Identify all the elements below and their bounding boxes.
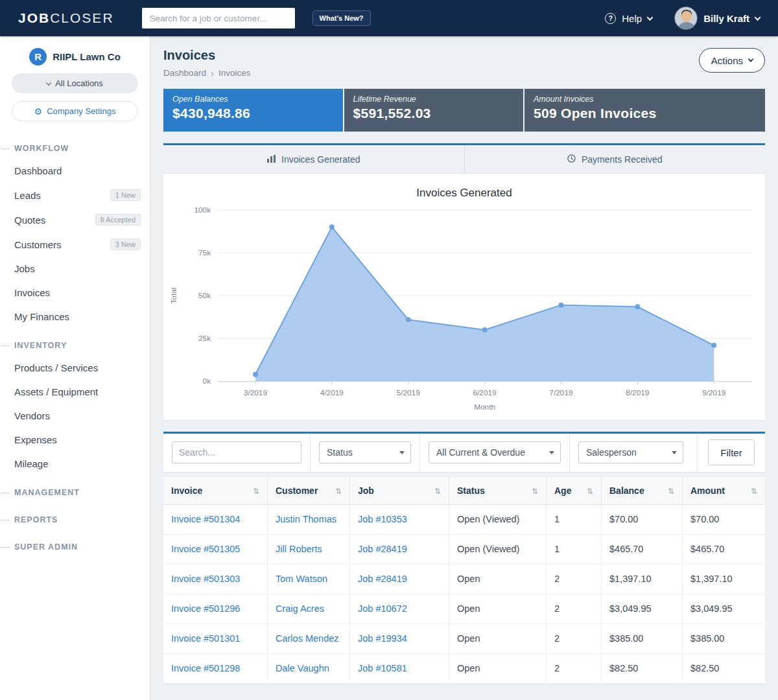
chart-tabs: Invoices Generated Payments Received	[163, 145, 765, 174]
status-select[interactable]: Status	[319, 441, 411, 463]
sidebar-item-dashboard[interactable]: Dashboard	[0, 159, 150, 183]
sidebar-item-leads[interactable]: Leads1 New	[0, 183, 150, 207]
sort-icon	[668, 485, 674, 496]
sidebar-item-invoices[interactable]: Invoices	[0, 281, 150, 305]
job-link[interactable]: Job #28419	[350, 535, 449, 565]
locations-label: All Locations	[55, 78, 103, 88]
sort-icon	[587, 485, 593, 496]
user-menu[interactable]: Billy Kraft	[674, 6, 760, 30]
logo-text-bold: JOB	[18, 10, 50, 25]
company-settings-button[interactable]: Company Settings	[12, 101, 138, 121]
balance-cell: $82.50	[602, 654, 683, 684]
customer-link[interactable]: Jill Roberts	[268, 535, 350, 565]
current-overdue-select[interactable]: All Current & Overdue	[429, 441, 561, 463]
breadcrumb-dashboard[interactable]: Dashboard	[163, 68, 206, 78]
job-link[interactable]: Job #19934	[350, 624, 449, 654]
status-cell: Open (Viewed)	[449, 505, 547, 535]
salesperson-select[interactable]: Salesperson	[578, 441, 683, 463]
filter-bar: Status All Current & Overdue Salesperson…	[163, 432, 765, 472]
column-header-age[interactable]: Age	[547, 477, 602, 505]
sidebar-item-mileage[interactable]: Mileage	[0, 452, 150, 476]
customer-link[interactable]: Tom Watson	[268, 565, 350, 594]
breadcrumb-invoices: Invoices	[218, 68, 251, 78]
tab-invoices-generated[interactable]: Invoices Generated	[163, 145, 465, 173]
status-cell: Open	[449, 565, 547, 594]
sidebar-nav: WORKFLOW Dashboard Leads1 New Quotes8 Ac…	[0, 138, 150, 557]
customer-link[interactable]: Dale Vaughn	[268, 654, 350, 684]
app-logo[interactable]: JOBCLOSER	[18, 10, 114, 26]
filter-button[interactable]: Filter	[708, 439, 755, 465]
user-name: Billy Kraft	[703, 13, 749, 24]
locations-dropdown[interactable]: All Locations	[12, 73, 138, 93]
chevron-down-icon	[748, 56, 753, 62]
job-link[interactable]: Job #10353	[350, 505, 449, 535]
balance-cell: $3,049.95	[602, 594, 683, 624]
svg-text:4/2019: 4/2019	[320, 388, 344, 397]
svg-text:0k: 0k	[203, 377, 211, 386]
invoice-link[interactable]: Invoice #501298	[163, 654, 268, 684]
job-link[interactable]: Job #10672	[350, 594, 449, 624]
sidebar-item-customers[interactable]: Customers3 New	[0, 232, 150, 257]
balance-cell: $70.00	[602, 505, 683, 535]
navbar-right: Help Billy Kraft	[605, 6, 760, 30]
chart-title: Invoices Generated	[167, 187, 761, 200]
avatar	[674, 6, 698, 30]
table-search-input[interactable]	[172, 441, 301, 463]
customer-link[interactable]: Justin Thomas	[268, 505, 350, 535]
sort-icon	[751, 485, 757, 496]
column-header-job[interactable]: Job	[350, 477, 449, 505]
chevron-down-icon	[755, 14, 761, 21]
status-cell: Open	[449, 624, 547, 654]
sidebar: R RIIPL Lawn Co All Locations Company Se…	[0, 36, 150, 700]
whats-new-button[interactable]: What's New?	[312, 10, 371, 26]
customer-link[interactable]: Carlos Mendez	[268, 624, 350, 654]
job-link[interactable]: Job #28419	[350, 565, 449, 594]
job-link[interactable]: Job #10581	[350, 654, 449, 684]
column-header-invoice[interactable]: Invoice	[163, 477, 268, 505]
sidebar-item-vendors[interactable]: Vendors	[0, 404, 150, 428]
invoice-link[interactable]: Invoice #501304	[163, 505, 268, 535]
invoice-link[interactable]: Invoice #501296	[163, 594, 268, 624]
sidebar-item-expenses[interactable]: Expenses	[0, 428, 150, 452]
section-reports[interactable]: REPORTS	[0, 509, 150, 530]
stat-lifetime-revenue: Lifetime Revenue $591,552.03	[344, 89, 524, 132]
leads-badge: 1 New	[110, 189, 141, 201]
column-header-status[interactable]: Status	[449, 477, 547, 505]
section-inventory[interactable]: INVENTORY	[0, 335, 150, 356]
section-workflow[interactable]: WORKFLOW	[0, 138, 150, 159]
sidebar-item-jobs[interactable]: Jobs	[0, 257, 150, 281]
top-navbar: JOBCLOSER What's New? Help Billy Kraft	[0, 0, 778, 36]
breadcrumb-separator-icon	[211, 67, 214, 78]
balance-cell: $1,397.10	[602, 565, 683, 594]
sidebar-item-products-services[interactable]: Products / Services	[0, 356, 150, 380]
main-content: Invoices Dashboard Invoices Actions Open…	[150, 36, 778, 700]
svg-text:3/2019: 3/2019	[244, 388, 268, 397]
customer-link[interactable]: Craig Acres	[268, 594, 350, 624]
company-name: RIIPL Lawn Co	[53, 51, 121, 62]
help-menu[interactable]: Help	[605, 13, 652, 24]
sidebar-item-my-finances[interactable]: My Finances	[0, 305, 150, 329]
section-super-admin[interactable]: SUPER ADMIN	[0, 537, 150, 557]
invoice-link[interactable]: Invoice #501301	[163, 624, 268, 654]
company-switcher[interactable]: R RIIPL Lawn Co	[0, 48, 150, 65]
global-search-input[interactable]	[141, 7, 296, 29]
sidebar-item-assets-equipment[interactable]: Assets / Equipment	[0, 380, 150, 404]
filter-button-group: Filter	[698, 434, 765, 472]
sidebar-item-quotes[interactable]: Quotes8 Accepted	[0, 207, 150, 232]
filter-salesperson-group: Salesperson	[570, 434, 698, 472]
svg-text:5/2019: 5/2019	[397, 388, 421, 397]
actions-button[interactable]: Actions	[699, 48, 765, 73]
column-header-customer[interactable]: Customer	[268, 477, 350, 505]
invoice-link[interactable]: Invoice #501305	[163, 535, 268, 565]
tab-payments-received[interactable]: Payments Received	[465, 145, 766, 173]
help-icon	[605, 13, 616, 24]
breadcrumb: Dashboard Invoices	[163, 67, 251, 78]
column-header-amount[interactable]: Amount	[683, 477, 765, 505]
chart-body: Invoices Generated 0k25k50k75k100k3/2019…	[163, 174, 765, 420]
help-label: Help	[622, 13, 642, 24]
stat-amount-invoices: Amount Invoices 509 Open Invoices	[525, 89, 765, 132]
column-header-balance[interactable]: Balance	[602, 477, 683, 505]
amount-cell: $465.70	[683, 535, 765, 565]
section-management[interactable]: MANAGEMENT	[0, 482, 150, 503]
invoice-link[interactable]: Invoice #501303	[163, 565, 268, 594]
